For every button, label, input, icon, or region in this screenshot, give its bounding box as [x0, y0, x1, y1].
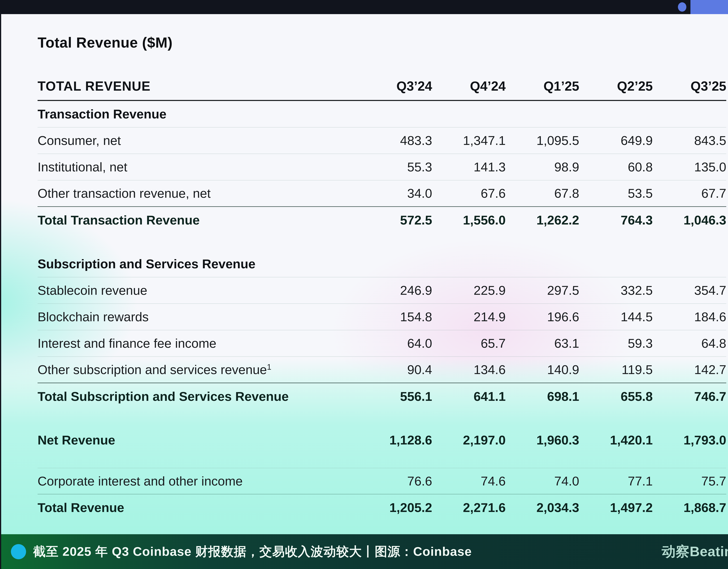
slide: Total Revenue ($M) TOTAL REVENUE Q3’24 Q… [0, 0, 728, 569]
row-label: Other transaction revenue, net [38, 186, 359, 201]
column-header-q225: Q2’25 [579, 79, 653, 94]
value-cell: 332.5 [579, 283, 653, 298]
value-cell: 214.9 [432, 309, 506, 324]
value-cell: 483.3 [359, 133, 432, 148]
brand-logo-en: Beating [690, 544, 728, 559]
value-cell: 135.0 [653, 160, 726, 175]
column-header-q424: Q4’24 [432, 79, 506, 94]
value-cell: 2,034.3 [506, 500, 579, 515]
row-label: Other subscription and services revenue1 [38, 362, 359, 377]
value-cell: 77.1 [579, 474, 653, 488]
table-row-other-transaction: Other transaction revenue, net 34.0 67.6… [38, 181, 726, 207]
table-row-interest-finance: Interest and finance fee income 64.0 65.… [38, 330, 726, 357]
value-cell: 1,420.1 [579, 433, 653, 447]
value-cell: 65.7 [432, 336, 506, 351]
value-cell: 76.6 [359, 474, 432, 488]
table-row-total-revenue: Total Revenue 1,205.2 2,271.6 2,034.3 1,… [38, 494, 726, 521]
value-cell: 2,271.6 [432, 500, 506, 515]
table-header-row: TOTAL REVENUE Q3’24 Q4’24 Q1’25 Q2’25 Q3… [38, 72, 726, 101]
value-cell: 641.1 [432, 389, 506, 404]
value-cell: 1,046.3 [653, 213, 726, 228]
value-cell: 64.8 [653, 336, 726, 351]
table-row-corporate-interest: Corporate interest and other income 76.6… [38, 468, 726, 494]
caption-bar: 截至 2025 年 Q3 Coinbase 财报数据，交易收入波动较大丨图源：C… [1, 534, 728, 569]
content-card: Total Revenue ($M) TOTAL REVENUE Q3’24 Q… [1, 14, 728, 569]
value-cell: 1,960.3 [506, 433, 579, 447]
value-cell: 67.6 [432, 186, 506, 201]
value-cell: 297.5 [506, 283, 579, 298]
row-label: Total Revenue [38, 500, 359, 515]
value-cell: 843.5 [653, 133, 726, 148]
value-cell: 75.7 [653, 474, 726, 488]
value-cell: 64.0 [359, 336, 432, 351]
value-cell: 34.0 [359, 186, 432, 201]
value-cell: 184.6 [653, 309, 726, 324]
value-cell: 67.8 [506, 186, 579, 201]
value-cell: 698.1 [506, 389, 579, 404]
caption-text: 截至 2025 年 Q3 Coinbase 财报数据，交易收入波动较大丨图源：C… [33, 543, 472, 560]
table-row-blockchain-rewards: Blockchain rewards 154.8 214.9 196.6 144… [38, 304, 726, 330]
brand-logo-cn: 动察 [662, 544, 690, 559]
table-row-total-transaction: Total Transaction Revenue 572.5 1,556.0 … [38, 207, 726, 233]
column-header-q125: Q1’25 [506, 79, 579, 94]
footnote-marker: 1 [267, 362, 271, 371]
value-cell: 1,262.2 [506, 213, 579, 228]
section-row-transaction-revenue: Transaction Revenue [38, 101, 726, 128]
value-cell: 246.9 [359, 283, 432, 298]
value-cell: 74.6 [432, 474, 506, 488]
value-cell: 655.8 [579, 389, 653, 404]
row-label: Corporate interest and other income [38, 474, 359, 488]
value-cell: 60.8 [579, 160, 653, 175]
value-cell: 134.6 [432, 362, 506, 377]
accent-bar [690, 0, 728, 14]
row-label: Net Revenue [38, 433, 359, 447]
brand-logo: 动察Beating [662, 542, 728, 561]
revenue-table: TOTAL REVENUE Q3’24 Q4’24 Q1’25 Q2’25 Q3… [38, 72, 726, 521]
table-row-other-subscription: Other subscription and services revenue1… [38, 357, 726, 383]
section-row-subscription-revenue: Subscription and Services Revenue [38, 251, 726, 277]
value-cell: 746.7 [653, 389, 726, 404]
value-cell: 225.9 [432, 283, 506, 298]
row-label: Institutional, net [38, 160, 359, 175]
value-cell: 144.5 [579, 309, 653, 324]
value-cell: 196.6 [506, 309, 579, 324]
value-cell: 74.0 [506, 474, 579, 488]
value-cell: 141.3 [432, 160, 506, 175]
row-label: Interest and finance fee income [38, 336, 359, 351]
page-title: Total Revenue ($M) [38, 35, 728, 51]
value-cell: 1,205.2 [359, 500, 432, 515]
value-cell: 1,128.6 [359, 433, 432, 447]
section-spacer [38, 233, 726, 251]
table-row-total-subscription: Total Subscription and Services Revenue … [38, 383, 726, 410]
value-cell: 98.9 [506, 160, 579, 175]
row-label: Subscription and Services Revenue [38, 257, 726, 271]
value-cell: 142.7 [653, 362, 726, 377]
value-cell: 1,347.1 [432, 133, 506, 148]
top-bar [0, 0, 728, 14]
row-label: Blockchain rewards [38, 309, 359, 324]
table-header-label: TOTAL REVENUE [38, 79, 359, 94]
value-cell: 55.3 [359, 160, 432, 175]
value-cell: 53.5 [579, 186, 653, 201]
table-row-institutional-net: Institutional, net 55.3 141.3 98.9 60.8 … [38, 154, 726, 181]
value-cell: 59.3 [579, 336, 653, 351]
section-spacer [38, 410, 726, 427]
value-cell: 119.5 [579, 362, 653, 377]
value-cell: 90.4 [359, 362, 432, 377]
value-cell: 1,095.5 [506, 133, 579, 148]
row-label: Transaction Revenue [38, 107, 726, 122]
table-row-net-revenue: Net Revenue 1,128.6 2,197.0 1,960.3 1,42… [38, 427, 726, 453]
value-cell: 1,556.0 [432, 213, 506, 228]
value-cell: 2,197.0 [432, 433, 506, 447]
value-cell: 140.9 [506, 362, 579, 377]
accent-circle-icon [678, 2, 686, 12]
row-label: Consumer, net [38, 133, 359, 148]
value-cell: 1,497.2 [579, 500, 653, 515]
row-label-text: Other subscription and services revenue [38, 362, 267, 377]
value-cell: 154.8 [359, 309, 432, 324]
column-header-q325: Q3’25 [653, 79, 726, 94]
table-row-consumer-net: Consumer, net 483.3 1,347.1 1,095.5 649.… [38, 128, 726, 154]
row-label: Stablecoin revenue [38, 283, 359, 298]
section-spacer [38, 453, 726, 468]
value-cell: 1,868.7 [653, 500, 726, 515]
